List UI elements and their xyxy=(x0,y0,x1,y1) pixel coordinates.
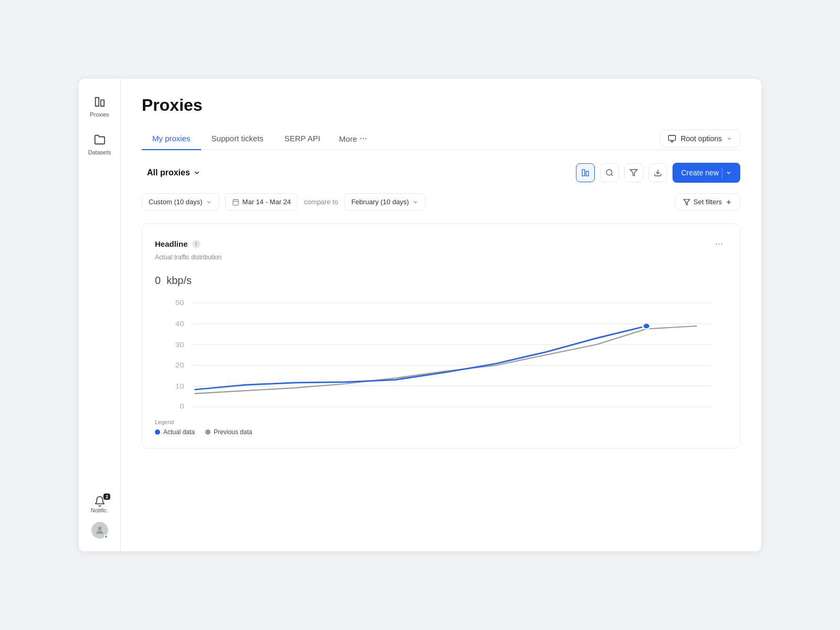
notification-button[interactable]: 2 Notific. xyxy=(87,491,113,518)
tab-my-proxies[interactable]: My proxies xyxy=(142,128,201,150)
download-icon xyxy=(654,169,662,177)
chart-card: Headline i ··· Actual traffic distributi… xyxy=(142,223,740,449)
svg-marker-11 xyxy=(631,170,637,176)
filters-row: Custom (10 days) Mar 14 - Mar 24 compare… xyxy=(142,193,740,211)
tab-more[interactable]: More xyxy=(331,128,376,150)
bar-chart-icon xyxy=(92,94,107,109)
create-new-button[interactable]: Create new xyxy=(673,163,740,183)
legend-label: Legend xyxy=(155,419,727,425)
toolbar: All proxies xyxy=(142,163,740,183)
sidebar-item-datasets[interactable]: Datasets xyxy=(81,127,118,161)
chart-header: Headline i ··· xyxy=(155,236,727,251)
proxy-selector-button[interactable]: All proxies xyxy=(142,165,206,181)
main-content: Proxies My proxies Support tickets SERP … xyxy=(121,79,761,551)
create-new-label: Create new xyxy=(681,169,719,177)
active-data-point xyxy=(643,323,650,329)
chart-subtitle: Actual traffic distribution xyxy=(155,254,727,261)
tab-serp-api[interactable]: SERP API xyxy=(274,128,331,150)
sidebar-item-proxies[interactable]: Proxies xyxy=(81,89,118,123)
date-range-display: Mar 14 - Mar 24 xyxy=(225,193,298,211)
set-filters-button[interactable]: Set filters xyxy=(675,193,740,211)
period-filter[interactable]: Custom (10 days) xyxy=(142,193,219,211)
avatar-online-indicator xyxy=(104,534,108,539)
root-options-label: Root options xyxy=(680,134,722,143)
previous-data-dot xyxy=(205,429,211,435)
filter-icon xyxy=(629,169,638,177)
set-filters-icon xyxy=(683,198,690,206)
chart-menu-button[interactable]: ··· xyxy=(711,236,727,251)
set-filters-plus-icon xyxy=(725,198,732,206)
actual-data-dot xyxy=(155,429,160,435)
sidebar-item-datasets-label: Datasets xyxy=(88,149,111,155)
create-new-chevron-icon xyxy=(726,170,732,176)
compare-period-selector[interactable]: February (10 days) xyxy=(344,193,425,211)
svg-text:40: 40 xyxy=(175,320,184,328)
svg-text:0: 0 xyxy=(180,403,184,410)
svg-text:10: 10 xyxy=(175,382,184,390)
tab-support-tickets[interactable]: Support tickets xyxy=(201,128,274,150)
proxy-selector-label: All proxies xyxy=(147,168,190,177)
sidebar: Proxies Datasets 2 Notific. xyxy=(79,79,121,551)
set-filters-label: Set filters xyxy=(694,198,722,206)
chart-number: 0 xyxy=(155,275,161,286)
more-dots-icon xyxy=(359,134,368,143)
line-chart-svg: 50 40 30 20 10 0 Date xyxy=(155,297,727,413)
notification-label: Notific. xyxy=(91,507,109,513)
compare-period-label: February (10 days) xyxy=(351,198,409,206)
filter-button[interactable] xyxy=(624,163,643,182)
download-button[interactable] xyxy=(648,163,667,182)
tabs-bar: My proxies Support tickets SERP API More xyxy=(142,128,740,150)
svg-text:30: 30 xyxy=(175,341,184,348)
user-avatar-icon xyxy=(94,525,105,536)
calendar-icon xyxy=(232,198,239,206)
svg-point-2 xyxy=(98,527,101,530)
svg-rect-6 xyxy=(669,135,676,140)
svg-rect-8 xyxy=(586,171,589,176)
page-title: Proxies xyxy=(142,96,740,115)
period-chevron-icon xyxy=(206,199,212,205)
root-options-button[interactable]: Root options xyxy=(660,130,740,148)
tab-more-label: More xyxy=(339,134,357,143)
svg-rect-1 xyxy=(100,100,103,106)
svg-rect-7 xyxy=(582,170,585,176)
legend-actual-item: Actual data xyxy=(155,428,195,436)
svg-line-10 xyxy=(612,174,613,176)
svg-point-9 xyxy=(606,170,612,175)
previous-data-label: Previous data xyxy=(214,428,252,436)
chart-value: 0 kbp/s xyxy=(155,265,727,289)
svg-point-5 xyxy=(365,138,366,139)
chart-view-button[interactable] xyxy=(576,163,595,182)
info-icon[interactable]: i xyxy=(192,240,201,248)
search-icon xyxy=(605,169,614,177)
actual-data-label: Actual data xyxy=(163,428,195,436)
chart-area: 50 40 30 20 10 0 Date xyxy=(155,297,727,413)
legend-items: Actual data Previous data xyxy=(155,428,727,436)
svg-marker-17 xyxy=(684,199,690,205)
svg-rect-0 xyxy=(95,98,98,107)
svg-rect-13 xyxy=(233,200,238,205)
proxy-selector-chevron-icon xyxy=(193,169,201,176)
compare-chevron-icon xyxy=(412,199,418,205)
search-button[interactable] xyxy=(600,163,619,182)
folder-icon xyxy=(92,132,107,147)
create-new-divider xyxy=(722,167,722,178)
tabs-right: Root options xyxy=(660,130,740,148)
svg-text:20: 20 xyxy=(175,362,184,369)
chart-title: Headline xyxy=(155,239,188,248)
avatar-button[interactable] xyxy=(89,520,110,541)
chart-legend: Legend Actual data Previous data xyxy=(155,419,727,436)
chart-title-row: Headline i xyxy=(155,239,201,248)
svg-point-3 xyxy=(360,138,361,139)
root-options-icon xyxy=(668,134,676,143)
notification-badge: 2 xyxy=(103,494,110,500)
sidebar-item-proxies-label: Proxies xyxy=(90,111,109,118)
svg-text:50: 50 xyxy=(175,299,184,307)
toolbar-left: All proxies xyxy=(142,165,206,181)
chevron-down-icon xyxy=(726,135,732,142)
period-filter-label: Custom (10 days) xyxy=(149,198,203,206)
legend-previous-item: Previous data xyxy=(205,428,252,436)
compare-text: compare to xyxy=(304,198,338,206)
chart-icon xyxy=(581,169,590,177)
chart-unit: kbp/s xyxy=(166,275,192,286)
filters-right: Set filters xyxy=(675,193,740,211)
